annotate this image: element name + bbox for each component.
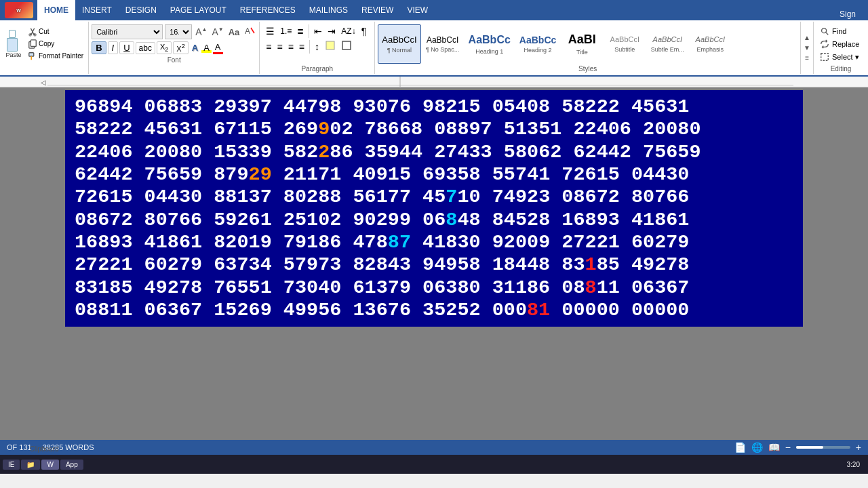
ribbon-tab-mailings[interactable]: MAILINGS xyxy=(302,0,355,20)
font-group: Calibri 16.25 A▲ A▼ Aa A B I U abc X2 X2… xyxy=(89,22,260,74)
ribbon-tab-page-layout[interactable]: PAGE LAYOUT xyxy=(163,0,233,20)
format-painter-button[interactable]: Format Painter xyxy=(26,51,85,62)
multilevel-button[interactable]: ≣ xyxy=(295,26,306,37)
change-case-button[interactable]: Aa xyxy=(227,27,241,37)
font-name-select[interactable]: Calibri xyxy=(92,24,163,39)
ribbon-tab-view[interactable]: VIEW xyxy=(400,0,435,20)
styles-group-label: Styles xyxy=(378,65,797,73)
ribbon-tab-references[interactable]: REFERENCES xyxy=(233,0,302,20)
svg-rect-4 xyxy=(29,52,34,56)
align-center-button[interactable]: ≡ xyxy=(275,41,284,53)
editing-group: Find Replace Select ▾ Editing xyxy=(814,22,868,74)
ribbon-tab-review[interactable]: REVIEW xyxy=(355,0,400,20)
style-item-normal[interactable]: AaBbCcI¶ Normal xyxy=(378,24,420,64)
ribbon-tab-home[interactable]: HOME xyxy=(37,0,75,20)
doc-text-part: 10 74923 08672 80766 xyxy=(457,186,689,208)
superscript-button[interactable]: X2 xyxy=(173,41,188,54)
show-marks-button[interactable]: ¶ xyxy=(359,25,369,37)
ribbon-tab-design[interactable]: DESIGN xyxy=(119,0,163,20)
borders-button[interactable] xyxy=(339,39,354,54)
zoom-in-button[interactable]: + xyxy=(856,442,861,453)
replace-button[interactable]: Replace xyxy=(818,39,864,49)
style-preview-heading2: AaBbCc xyxy=(519,35,556,46)
style-preview-normal: AaBbCcI xyxy=(382,35,416,45)
cut-button[interactable]: Cut xyxy=(26,26,85,37)
taskbar-explorer[interactable]: 📁 xyxy=(21,460,40,470)
taskbar-app[interactable]: App xyxy=(60,460,83,470)
clear-formatting-button[interactable]: A xyxy=(243,25,256,39)
svg-point-10 xyxy=(822,28,827,33)
style-item-heading2[interactable]: AaBbCcHeading 2 xyxy=(515,24,560,64)
doc-line: 83185 49278 76551 73040 61379 06380 3118… xyxy=(75,277,793,299)
taskbar-ie[interactable]: IE xyxy=(3,460,20,470)
office-logo[interactable]: W xyxy=(0,0,37,20)
doc-text-part: 72615 04430 88137 80288 56177 45 xyxy=(75,186,446,208)
find-button[interactable]: Find xyxy=(818,26,864,37)
line-spacing-button[interactable]: ↕ xyxy=(313,41,321,53)
paragraph-group: ☰ 1.≡ ≣ ⇤ ⇥ AZ↓ ¶ ≡ ≡ ≡ ≡ ↕ Paragraph xyxy=(260,22,375,74)
copy-button[interactable]: Copy xyxy=(26,39,85,49)
select-button[interactable]: Select ▾ xyxy=(818,52,864,62)
text-highlight-button[interactable]: A xyxy=(201,43,212,53)
text-effects-button[interactable]: A xyxy=(190,43,200,53)
style-preview-subtle-em: AaBbCcI xyxy=(653,35,682,44)
ruler: ◁ xyxy=(0,77,868,87)
shrink-font-button[interactable]: A▼ xyxy=(210,26,224,37)
doc-line: 08672 80766 59261 25102 90299 06848 8452… xyxy=(75,209,793,231)
doc-line: 96894 06883 29397 44798 93076 98215 0540… xyxy=(75,96,793,118)
paste-button[interactable]: Paste xyxy=(3,28,24,60)
svg-rect-3 xyxy=(31,39,36,46)
doc-text-part: 48 84528 16893 41861 xyxy=(457,209,689,231)
doc-text-part: 62442 75659 879 xyxy=(75,163,249,186)
gallery-more-button[interactable]: ≡ xyxy=(802,53,812,63)
style-item-emphasis[interactable]: AaBbCcIEmphasis xyxy=(689,24,731,64)
strikethrough-button[interactable]: abc xyxy=(136,42,155,54)
doc-line: 72615 04430 88137 80288 56177 45710 7492… xyxy=(75,186,793,208)
taskbar-word[interactable]: W xyxy=(41,460,58,470)
increase-indent-button[interactable]: ⇥ xyxy=(326,25,338,37)
style-item-title[interactable]: AaBITitle xyxy=(561,24,603,64)
font-color-button[interactable]: A xyxy=(213,42,223,54)
zoom-slider[interactable] xyxy=(796,446,850,449)
gallery-down-button[interactable]: ▼ xyxy=(802,43,812,53)
svg-line-11 xyxy=(826,33,829,35)
font-size-select[interactable]: 16.25 xyxy=(165,24,192,39)
bold-button[interactable]: B xyxy=(92,41,106,54)
gallery-up-button[interactable]: ▲ xyxy=(802,33,812,43)
sign-button[interactable]: Sign xyxy=(834,8,861,20)
zoom-out-button[interactable]: − xyxy=(785,442,791,453)
svg-rect-9 xyxy=(342,41,351,49)
style-item-no-space[interactable]: AaBbCcI¶ No Spac... xyxy=(422,24,464,64)
ribbon-tab-insert[interactable]: INSERT xyxy=(75,0,119,20)
doc-text-part: 1 xyxy=(585,253,597,276)
doc-text-part: 29 xyxy=(249,163,272,186)
style-item-subtitle[interactable]: AaBbCcISubtitle xyxy=(604,24,646,64)
doc-text-part: 83185 49278 76551 73040 61379 06380 3118… xyxy=(75,277,585,299)
decrease-indent-button[interactable]: ⇤ xyxy=(312,25,324,37)
doc-text-part: 86 35944 27433 58062 62442 75659 xyxy=(330,141,701,163)
doc-text-part: 21171 40915 69358 55741 72615 04430 xyxy=(272,163,690,186)
document-page[interactable]: 96894 06883 29397 44798 93076 98215 0540… xyxy=(65,90,803,327)
grow-font-button[interactable]: A▲ xyxy=(194,26,208,37)
style-label-normal: ¶ Normal xyxy=(387,47,412,54)
justify-button[interactable]: ≡ xyxy=(297,41,307,53)
web-layout-button[interactable]: 🌐 xyxy=(751,442,763,453)
svg-line-7 xyxy=(251,28,254,33)
style-item-heading1[interactable]: AaBbCcHeading 1 xyxy=(465,24,515,64)
print-layout-button[interactable]: 📄 xyxy=(734,442,746,453)
doc-line: 16893 41861 82019 79186 47887 41830 9200… xyxy=(75,231,793,253)
style-label-no-space: ¶ No Spac... xyxy=(426,46,459,53)
style-item-subtle-em[interactable]: AaBbCcISubtle Em... xyxy=(646,24,688,64)
style-label-subtle-em: Subtle Em... xyxy=(651,46,684,53)
align-left-button[interactable]: ≡ xyxy=(264,41,273,53)
style-preview-subtitle: AaBbCcI xyxy=(610,35,639,44)
bullets-button[interactable]: ☰ xyxy=(264,25,277,37)
numbering-button[interactable]: 1.≡ xyxy=(278,26,294,37)
sort-button[interactable]: AZ↓ xyxy=(339,26,357,37)
read-mode-button[interactable]: 📖 xyxy=(768,442,780,453)
italic-button[interactable]: I xyxy=(108,41,119,54)
align-right-button[interactable]: ≡ xyxy=(286,41,296,53)
subscript-button[interactable]: X2 xyxy=(157,41,172,54)
shading-button[interactable] xyxy=(323,39,338,54)
underline-button[interactable]: U xyxy=(119,41,134,54)
